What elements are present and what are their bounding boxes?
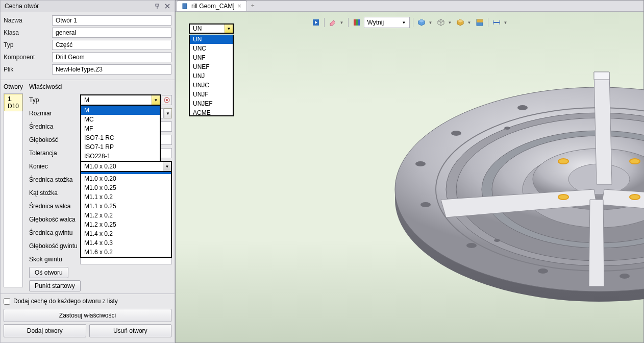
add-holes-button[interactable]: Dodaj otwory	[4, 324, 86, 337]
type-input[interactable]	[52, 40, 171, 50]
dropdown-option[interactable]: M1.0 x 0.20	[81, 174, 171, 183]
dropdown-option[interactable]: UNJC	[190, 81, 233, 90]
properties-header: Właściwości	[29, 83, 172, 90]
dropdown-option[interactable]: ISO7-1 RC	[81, 133, 160, 142]
type-dropdown-list[interactable]: MMCMFISO7-1 RCISO7-1 RPISO228-1	[80, 106, 161, 162]
section-view-icon[interactable]	[475, 17, 485, 28]
svg-point-27	[630, 194, 640, 200]
size-dropdown-list[interactable]: M1.0 x 0.20M1.0 x 0.25M1.1 x 0.2M1.1 x 0…	[80, 172, 172, 258]
chevron-down-icon[interactable]: ▼	[163, 162, 171, 171]
svg-point-38	[420, 202, 431, 207]
un-dropdown[interactable]: UN ▼	[189, 23, 234, 34]
dropdown-option[interactable]: M1.6 x 0.2	[81, 248, 171, 257]
dropdown-option[interactable]: M1.2 x 0.2	[81, 211, 171, 220]
prop-depth-label: Głębokość	[29, 136, 80, 143]
axis-button[interactable]: Oś otworu	[29, 267, 68, 278]
prop-cone-ang-label: Kąt stożka	[29, 189, 80, 197]
svg-rect-10	[477, 19, 483, 22]
tab-add-button[interactable]: +	[247, 1, 259, 11]
cube-shaded-icon[interactable]	[416, 17, 427, 28]
document-tab-bar: rill Geom_CAM] × +	[176, 1, 643, 12]
gold-dropdown-icon[interactable]: ▼	[467, 20, 473, 25]
dropdown-option[interactable]: UNC	[190, 44, 233, 53]
dropdown-option[interactable]: M1.4 x 0.2	[81, 229, 171, 238]
dropdown-option[interactable]: M1.2 x 0.25	[81, 220, 171, 229]
dropdown-option[interactable]: ISO7-1 RP	[81, 142, 160, 152]
dropdown-option[interactable]: MF	[81, 124, 160, 133]
mid-section: Otwory 1. D10 Właściwości Typ M ▼ MMCMFI…	[1, 80, 175, 294]
dropdown-option[interactable]: MC	[81, 115, 160, 124]
eraser-icon[interactable]	[328, 17, 338, 28]
name-input[interactable]	[52, 15, 171, 26]
document-tab[interactable]: rill Geom_CAM] ×	[177, 1, 247, 11]
palette-icon[interactable]	[352, 17, 362, 28]
svg-point-37	[466, 243, 477, 248]
dropdown-option[interactable]: M1.1 x 0.25	[81, 202, 171, 211]
class-label: Klasa	[4, 29, 52, 36]
run-icon[interactable]	[311, 17, 321, 28]
component-label: Komponent	[4, 54, 52, 61]
dimension-dropdown-icon[interactable]: ▼	[504, 20, 509, 25]
dropdown-option[interactable]: UNJF	[190, 90, 233, 99]
viewport-toolbar: ▼ Wytnij▼ ▼ ▼ ▼ ▼	[310, 16, 510, 29]
end-dropdown[interactable]: M1.0 x 0.20 ▼	[80, 161, 172, 172]
dropdown-option[interactable]: M1.4 x 0.3	[81, 238, 171, 248]
hole-item-1[interactable]: 1. D10	[4, 94, 22, 111]
file-input[interactable]	[52, 64, 171, 75]
3d-viewport[interactable]: rill Geom_CAM] × + ▼ Wytnij▼ ▼ ▼ ▼ ▼	[175, 0, 644, 343]
panel-title-text: Cecha otwór	[5, 3, 39, 10]
size-dropdown-btn[interactable]: ▼	[164, 108, 172, 118]
un-dropdown-list[interactable]: UNUNCUNFUNEFUNJUNJCUNJFUNJEFACMENPT	[189, 35, 234, 116]
eraser-dropdown-icon[interactable]: ▼	[340, 20, 345, 25]
prop-thread-depth-label: Głębokość gwintu	[29, 242, 80, 250]
cube-gold-icon[interactable]	[455, 17, 465, 28]
svg-rect-7	[356, 19, 358, 26]
remove-holes-button[interactable]: Usuń otwory	[89, 324, 172, 337]
chevron-down-icon[interactable]: ▼	[225, 24, 233, 33]
dropdown-option[interactable]: M1.1 x 0.2	[81, 192, 171, 202]
dropdown-option[interactable]: M	[81, 106, 160, 115]
component-input[interactable]	[52, 52, 171, 62]
dropdown-option[interactable]: UNEF	[190, 62, 233, 71]
prop-dia-label: Średnica	[29, 123, 80, 130]
tab-close-icon[interactable]: ×	[238, 3, 241, 10]
svg-point-39	[415, 161, 426, 166]
prop-cone-dia-label: Średnica stożka	[29, 176, 80, 183]
dropdown-option[interactable]: UNJ	[190, 71, 233, 81]
prop-size-label: Rozmiar	[29, 110, 80, 117]
panel-close-icon[interactable]	[164, 3, 170, 9]
svg-point-24	[558, 159, 568, 164]
start-point-button[interactable]: Punkt startowy	[29, 280, 81, 291]
dimension-icon[interactable]	[491, 17, 502, 28]
svg-rect-4	[183, 4, 187, 9]
panel-pin-icon[interactable]	[154, 3, 160, 9]
type-dropdown[interactable]: M ▼	[80, 94, 161, 106]
dropdown-option[interactable]: UNF	[190, 53, 233, 62]
dropdown-option[interactable]: UNJEF	[190, 99, 233, 108]
chevron-down-icon[interactable]: ▼	[152, 95, 160, 105]
panel-footer: Dodaj cechę do każdego otworu z listy Za…	[1, 295, 175, 342]
display-mode-select[interactable]: Wytnij▼	[364, 17, 410, 28]
prop-tol-label: Tolerancja	[29, 150, 80, 157]
prop-type-label: Typ	[29, 96, 80, 104]
svg-point-26	[558, 194, 568, 200]
feature-form: Nazwa Klasa Typ Komponent Plik	[1, 12, 175, 80]
class-input[interactable]	[52, 28, 171, 38]
3d-part-model[interactable]	[390, 41, 644, 327]
panel-titlebar: Cecha otwór	[1, 1, 175, 12]
svg-rect-8	[358, 19, 360, 26]
cube-wireframe-icon[interactable]	[436, 17, 446, 28]
apply-properties-button[interactable]: Zastosuj właściwości	[4, 309, 171, 322]
dropdown-option[interactable]: ACME	[190, 108, 233, 116]
add-to-each-checkbox[interactable]	[4, 298, 10, 305]
dropdown-option[interactable]: UN	[190, 35, 233, 44]
dropdown-option[interactable]: M1.0 x 0.25	[81, 183, 171, 192]
file-label: Plik	[4, 66, 52, 73]
hole-type-icon-button[interactable]	[162, 95, 172, 105]
holes-list[interactable]: 1. D10	[4, 93, 23, 287]
prop-cyl-depth-label: Głębokość walca	[29, 216, 80, 223]
wireframe-dropdown-icon[interactable]: ▼	[448, 20, 453, 25]
tab-label: rill Geom_CAM]	[191, 3, 235, 10]
cube-dropdown-icon[interactable]: ▼	[429, 20, 434, 25]
dropdown-option[interactable]: ISO228-1	[81, 152, 160, 161]
